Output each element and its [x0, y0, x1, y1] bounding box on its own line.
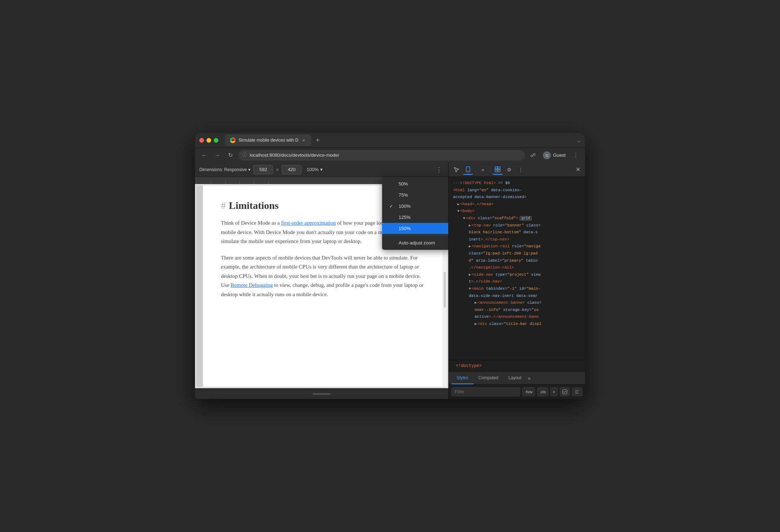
main-area: Dimensions: Responsive ▾ × 100% ▾ ⋮: [195, 162, 585, 399]
computed-styles-icon: [575, 389, 580, 394]
back-button[interactable]: ←: [199, 150, 209, 160]
paragraph-2: There are some aspects of mobile devices…: [221, 253, 429, 299]
zoom-auto-adjust[interactable]: Auto-adjust zoom: [382, 237, 448, 248]
body-line[interactable]: ▼<body>: [452, 208, 582, 215]
first-order-link[interactable]: first-order approximation: [281, 220, 336, 226]
browser-window: Simulate mobile devices with D ✕ + ⌵ ← →…: [195, 133, 585, 399]
triangle-scaffold: ▼: [463, 216, 465, 220]
zoom-option-100[interactable]: ✓ 100%: [382, 201, 448, 212]
computed-styles-button[interactable]: [572, 387, 582, 396]
reload-button[interactable]: ↻: [225, 150, 235, 160]
maximize-button[interactable]: [214, 138, 218, 143]
zoom-value: 100%: [307, 167, 318, 172]
head-line[interactable]: ▶<head>…</head>: [452, 201, 582, 208]
width-input[interactable]: [253, 165, 273, 174]
ruler-marks: [196, 177, 283, 184]
element-picker-button[interactable]: [452, 165, 462, 175]
titlebar-line[interactable]: ▶<div class="title-bar displ: [452, 321, 582, 328]
svg-point-1: [468, 170, 468, 171]
dom-tree[interactable]: ···<!DOCTYPE html> == $0 <html lang="en"…: [449, 177, 585, 360]
html-line-2[interactable]: accepted data-banner-dismissed>: [452, 194, 582, 201]
more-tools-button[interactable]: »: [478, 165, 488, 175]
zoom-label-50: 50%: [399, 181, 408, 187]
element-state-button[interactable]: [560, 387, 570, 396]
tab-layout[interactable]: Layout: [503, 372, 526, 384]
tab-more-button[interactable]: »: [528, 372, 531, 384]
doctype-tag[interactable]: <!doctype>: [453, 362, 485, 370]
main-line[interactable]: ▼<main tabindex="-1" id="main-: [452, 285, 582, 293]
filter-input[interactable]: [452, 387, 520, 396]
minimize-button[interactable]: [207, 138, 211, 143]
close-button[interactable]: [199, 138, 204, 143]
tab-styles[interactable]: Styles: [452, 372, 473, 384]
svg-rect-2: [495, 167, 497, 169]
nav-rail-line-3[interactable]: 0" aria-label="primary" tabin: [452, 257, 582, 265]
main-line-2[interactable]: data-side-nav-inert data-sear: [452, 293, 582, 300]
address-bar: ← → ↻ ⓘ localhost:8080/docs/devtools/dev…: [195, 147, 585, 162]
elements-panel-button[interactable]: [493, 165, 503, 175]
toolbar-more-button[interactable]: ⋮: [434, 165, 444, 175]
scaffold-line[interactable]: ▼<div class="scaffold">grid: [452, 215, 582, 222]
triangle-sidenav: ▶: [469, 273, 471, 277]
scrollbar-thumb: [444, 272, 446, 308]
doctype-bar: <!doctype>: [449, 360, 585, 371]
nav-rail-close[interactable]: …</navigation-rail>: [452, 264, 582, 271]
zoom-arrow: ▾: [320, 167, 323, 172]
zoom-option-75[interactable]: 75%: [382, 189, 448, 201]
ruler-left: [196, 185, 203, 387]
remote-debugging-link[interactable]: Remote Debugging: [231, 282, 273, 288]
zoom-label-125: 125%: [399, 215, 411, 220]
toolbar-separator: [475, 166, 476, 173]
side-nav-line[interactable]: ▶<side-nav type="project" view: [452, 271, 582, 279]
top-nav-line[interactable]: ▶<top-nav role="banner" class=: [452, 222, 582, 229]
zoom-option-125[interactable]: 125%: [382, 212, 448, 223]
dimension-separator: ×: [276, 167, 279, 173]
zoom-button[interactable]: 100% ▾: [304, 165, 325, 174]
nav-rail-line-2[interactable]: class="lg:pad-left-200 lg:pad: [452, 250, 582, 257]
triangle-navrail: ▶: [469, 244, 471, 248]
devtools-more-button[interactable]: ⋮: [516, 165, 526, 175]
side-nav-close[interactable]: t>…</side-nav>: [452, 278, 582, 285]
element-state-icon: [562, 389, 567, 394]
hov-button[interactable]: :hov: [522, 387, 535, 396]
announcement-line-2[interactable]: nner--info" storage-key="us: [452, 307, 582, 314]
triangle-topnav: ▶: [469, 224, 471, 228]
zoom-option-50[interactable]: 50%: [382, 178, 448, 189]
settings-button[interactable]: ⚙: [504, 165, 514, 175]
active-tab[interactable]: Simulate mobile devices with D ✕: [225, 134, 311, 146]
chrome-menu-icon[interactable]: ⋮: [571, 150, 581, 160]
forward-button[interactable]: →: [212, 150, 222, 160]
zoom-option-150[interactable]: 150%: [382, 223, 448, 234]
device-toolbar: Dimensions: Responsive ▾ × 100% ▾ ⋮: [195, 162, 448, 177]
bookmark-icon[interactable]: ☍: [528, 150, 538, 160]
resize-handle[interactable]: [313, 393, 331, 395]
html-line[interactable]: <html lang="en" data-cookies-: [452, 187, 582, 194]
height-input[interactable]: [282, 165, 301, 174]
tab-computed[interactable]: Computed: [473, 372, 503, 384]
top-nav-line-2[interactable]: block hairline-bottom" data-s: [452, 229, 582, 236]
announcement-line[interactable]: ▶<announcement-banner class=: [452, 299, 582, 307]
tab-bar: Simulate mobile devices with D ✕ +: [225, 134, 574, 146]
cls-button[interactable]: .cls: [537, 387, 548, 396]
zoom-divider: [382, 235, 448, 236]
profile-button[interactable]: ☺ Guest: [540, 150, 568, 161]
svg-rect-5: [498, 170, 500, 172]
zoom-check-100: ✓: [389, 203, 395, 209]
nav-rail-line[interactable]: ▶<navigation-rail role="naviga: [452, 243, 582, 250]
traffic-lights: [199, 138, 218, 143]
styles-panel: :hov .cls +: [449, 384, 585, 399]
devtools-close-button[interactable]: ✕: [573, 165, 582, 174]
triangle-announcement: ▶: [475, 301, 477, 305]
doctype-line[interactable]: ···<!DOCTYPE html> == $0: [452, 180, 582, 187]
device-mode-button[interactable]: [463, 165, 473, 175]
announcement-close[interactable]: active>…</announcement-bann: [452, 313, 582, 321]
title-bar: Simulate mobile devices with D ✕ + ⌵: [195, 133, 585, 147]
window-menu-button[interactable]: ⌵: [577, 137, 581, 144]
zoom-label-100: 100%: [399, 203, 411, 209]
tab-close-button[interactable]: ✕: [301, 138, 306, 143]
url-bar[interactable]: ⓘ localhost:8080/docs/devtools/device-mo…: [238, 150, 525, 161]
top-nav-close[interactable]: inert>…</top-nav>: [452, 236, 582, 243]
add-style-button[interactable]: +: [550, 387, 558, 396]
triangle-body: ▼: [457, 209, 459, 213]
new-tab-button[interactable]: +: [313, 135, 323, 145]
